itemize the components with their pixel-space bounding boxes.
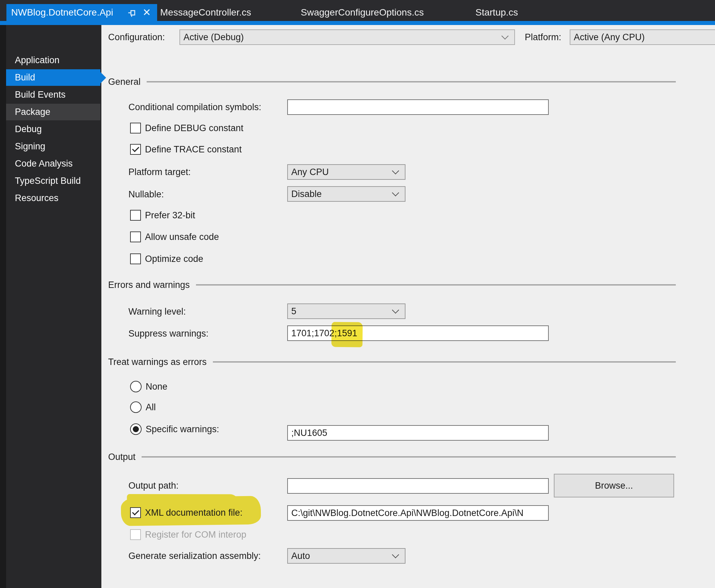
- close-icon[interactable]: ✕: [143, 7, 151, 18]
- sidebar-item-build-events[interactable]: Build Events: [6, 86, 100, 103]
- platform-target-value: Any CPU: [288, 167, 393, 177]
- nullable-label: Nullable:: [128, 188, 164, 201]
- conditional-symbols-label: Conditional compilation symbols:: [128, 101, 261, 113]
- treat-warnings-specific-label: Specific warnings:: [146, 423, 219, 435]
- checkbox-box: [130, 231, 141, 242]
- xml-documentation-checkbox[interactable]: XML documentation file:: [130, 507, 243, 518]
- sidebar-item-build[interactable]: Build: [6, 69, 100, 86]
- configuration-dropdown[interactable]: Active (Debug): [180, 29, 515, 45]
- document-tab-bar: NWBlog.DotnetCore.Api ✕ MessageControlle…: [0, 0, 715, 21]
- platform-dropdown[interactable]: Active (Any CPU): [570, 29, 715, 45]
- section-errors-warnings-title: Errors and warnings: [108, 280, 190, 290]
- register-com-checkbox: Register for COM interop: [130, 529, 246, 540]
- tab-message-controller[interactable]: MessageController.cs: [160, 4, 251, 21]
- build-settings-panel: Configuration: Active (Debug) Platform: …: [101, 25, 715, 588]
- platform-value: Active (Any CPU): [570, 32, 715, 43]
- specific-warnings-input[interactable]: [287, 425, 549, 441]
- optimize-code-checkbox[interactable]: Optimize code: [130, 253, 204, 264]
- define-debug-label: Define DEBUG constant: [145, 123, 243, 133]
- treat-warnings-none-radio[interactable]: None: [130, 381, 168, 392]
- warning-level-value: 5: [288, 306, 393, 317]
- browse-button[interactable]: Browse...: [554, 474, 674, 498]
- treat-warnings-all-label: All: [146, 401, 156, 413]
- warning-level-dropdown[interactable]: 5: [287, 303, 405, 319]
- tab-startup[interactable]: Startup.cs: [476, 4, 518, 21]
- tab-label: NWBlog.DotnetCore.Api: [6, 7, 127, 18]
- sidebar-item-typescript-build[interactable]: TypeScript Build: [6, 173, 100, 189]
- section-rule: [213, 361, 676, 363]
- section-treat-warnings-title: Treat warnings as errors: [108, 357, 207, 368]
- suppress-warnings-input[interactable]: [287, 326, 549, 341]
- section-general-title: General: [108, 77, 141, 87]
- section-errors-warnings: Errors and warnings: [108, 279, 676, 291]
- platform-target-dropdown[interactable]: Any CPU: [287, 164, 405, 180]
- sidebar-left-strip: [0, 25, 6, 588]
- chevron-down-icon: [392, 306, 399, 313]
- prefer-32bit-checkbox[interactable]: Prefer 32-bit: [130, 210, 195, 220]
- xml-documentation-input[interactable]: [287, 505, 549, 521]
- radio-circle: [130, 381, 142, 392]
- vs-project-properties-window: NWBlog.DotnetCore.Api ✕ MessageControlle…: [0, 0, 715, 588]
- warning-level-label: Warning level:: [128, 306, 186, 318]
- chevron-down-icon: [392, 189, 399, 196]
- nullable-dropdown[interactable]: Disable: [287, 186, 405, 202]
- platform-label: Platform:: [525, 31, 561, 43]
- yellow-highlight-annotation: [332, 322, 363, 348]
- active-tab-accent-line: [0, 21, 715, 25]
- allow-unsafe-checkbox[interactable]: Allow unsafe code: [130, 231, 219, 242]
- section-output: Output: [108, 451, 676, 463]
- sidebar-item-package[interactable]: Package: [6, 104, 100, 120]
- define-trace-label: Define TRACE constant: [145, 144, 241, 155]
- allow-unsafe-label: Allow unsafe code: [145, 231, 219, 242]
- properties-sidebar: Application Build Build Events Package D…: [0, 25, 101, 588]
- tab-swagger-configure-options[interactable]: SwaggerConfigureOptions.cs: [301, 4, 424, 21]
- checkbox-box: [130, 210, 141, 220]
- radio-circle: [130, 423, 142, 435]
- checkbox-box: [130, 144, 141, 155]
- sidebar-item-application[interactable]: Application: [6, 52, 100, 69]
- configuration-value: Active (Debug): [180, 32, 502, 43]
- xml-documentation-label: XML documentation file:: [145, 507, 243, 518]
- conditional-symbols-input[interactable]: [287, 99, 549, 115]
- sidebar-item-code-analysis[interactable]: Code Analysis: [6, 155, 100, 172]
- nullable-value: Disable: [288, 189, 393, 200]
- chevron-down-icon: [392, 167, 399, 174]
- sidebar-item-debug[interactable]: Debug: [6, 121, 100, 138]
- define-trace-checkbox[interactable]: Define TRACE constant: [130, 144, 241, 155]
- checkbox-box: [130, 507, 141, 518]
- tab-project-properties[interactable]: NWBlog.DotnetCore.Api ✕: [6, 4, 157, 21]
- treat-warnings-all-radio[interactable]: All: [130, 401, 156, 413]
- checkbox-box: [130, 529, 141, 540]
- treat-warnings-none-label: None: [146, 381, 168, 392]
- output-path-input[interactable]: [287, 478, 549, 494]
- treat-warnings-specific-radio[interactable]: Specific warnings:: [130, 423, 219, 435]
- generate-serialization-label: Generate serialization assembly:: [128, 550, 261, 562]
- chevron-down-icon: [501, 32, 508, 39]
- register-com-label: Register for COM interop: [145, 529, 246, 540]
- section-rule: [142, 456, 676, 458]
- section-rule: [147, 81, 676, 82]
- checkbox-box: [130, 123, 141, 133]
- output-path-label: Output path:: [128, 480, 179, 492]
- radio-circle: [130, 401, 142, 413]
- sidebar-item-resources[interactable]: Resources: [6, 190, 100, 207]
- chevron-down-icon: [392, 551, 399, 558]
- section-rule: [196, 284, 676, 286]
- sidebar-item-signing[interactable]: Signing: [6, 138, 100, 155]
- define-debug-checkbox[interactable]: Define DEBUG constant: [130, 123, 243, 133]
- suppress-warnings-label: Suppress warnings:: [128, 328, 209, 340]
- generate-serialization-value: Auto: [288, 551, 393, 561]
- configuration-label: Configuration:: [108, 31, 165, 43]
- prefer-32bit-label: Prefer 32-bit: [145, 210, 195, 220]
- optimize-code-label: Optimize code: [145, 253, 204, 264]
- section-output-title: Output: [108, 452, 135, 462]
- section-general: General: [108, 76, 676, 88]
- platform-target-label: Platform target:: [128, 166, 191, 178]
- checkbox-box: [130, 253, 141, 264]
- section-treat-warnings: Treat warnings as errors: [108, 356, 676, 368]
- generate-serialization-dropdown[interactable]: Auto: [287, 548, 405, 564]
- pin-icon[interactable]: [127, 7, 137, 18]
